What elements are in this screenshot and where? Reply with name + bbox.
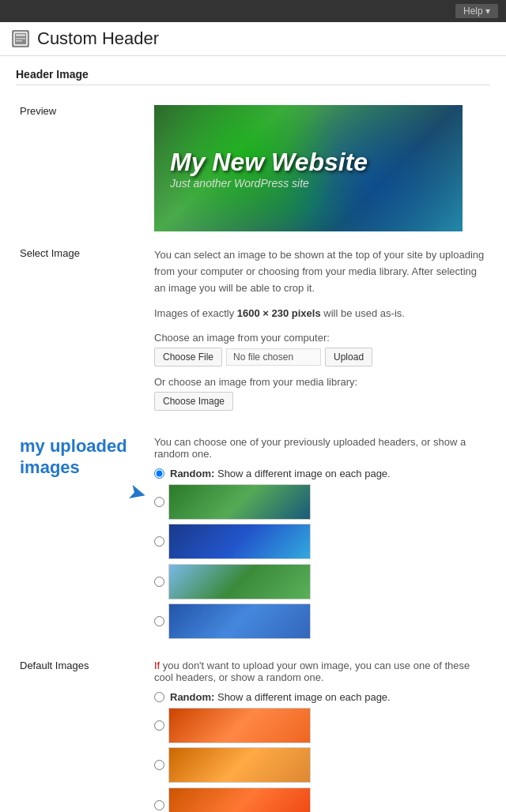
- preview-label: Preview: [20, 105, 56, 117]
- select-image-label: Select Image: [20, 247, 80, 259]
- image-thumb-flowers[interactable]: [168, 603, 311, 639]
- arrow-icon: ➤: [125, 478, 149, 508]
- default-image-thumb-1[interactable]: [168, 708, 311, 743]
- header-image-section-title: Header Image: [16, 68, 490, 85]
- default-image-option-3: [154, 788, 311, 812]
- default-image-option-2: [154, 747, 311, 783]
- select-image-desc2: Images of exactly 1600 × 230 pixels will…: [154, 306, 486, 322]
- image-option-1: [154, 484, 311, 520]
- page-icon: [12, 30, 29, 47]
- content-wrap: Header Image Preview My New Website Just…: [0, 56, 506, 812]
- form-table: Preview My New Website Just another Word…: [16, 97, 490, 812]
- image-radio-2[interactable]: [154, 536, 164, 547]
- default-images-desc: If you don't want to upload your own ima…: [154, 660, 486, 683]
- default-image-radio-3[interactable]: [154, 800, 164, 810]
- page-title: Custom Header: [37, 28, 159, 49]
- preview-image: My New Website Just another WordPress si…: [154, 105, 463, 231]
- image-thumb-trees[interactable]: [168, 564, 311, 600]
- upload-button[interactable]: Upload: [325, 348, 372, 367]
- file-input-row: Choose File No file chosen Upload: [154, 348, 486, 367]
- media-library-section: Or choose an image from your media libra…: [154, 376, 486, 411]
- uploaded-images-grid-row2: [154, 564, 486, 639]
- default-random-label[interactable]: Random: Show a different image on each p…: [170, 691, 391, 703]
- top-bar: Help ▾: [0, 0, 506, 22]
- default-image-radio-1[interactable]: [154, 720, 164, 731]
- image-radio-4[interactable]: [154, 616, 164, 626]
- default-random-row: Random: Show a different image on each p…: [154, 691, 486, 703]
- svg-rect-1: [16, 34, 25, 36]
- image-option-3: [154, 564, 311, 600]
- random-radio[interactable]: [154, 468, 164, 479]
- image-radio-3[interactable]: [154, 577, 164, 587]
- choose-file-button[interactable]: Choose File: [154, 348, 222, 367]
- select-image-row: Select Image You can select an image to …: [16, 239, 490, 428]
- default-image-option-1: [154, 708, 311, 743]
- uploaded-images-desc: You can choose one of your previously up…: [154, 436, 486, 460]
- page-title-bar: Custom Header: [0, 22, 506, 56]
- preview-site-title: My New Website: [170, 148, 463, 177]
- choose-image-button[interactable]: Choose Image: [154, 392, 233, 411]
- default-images-row: Default Images If you don't want to uplo…: [16, 652, 490, 812]
- image-thumb-fish[interactable]: [168, 524, 311, 559]
- default-images-grid-row2: [154, 788, 486, 812]
- default-images-grid-row1: [154, 708, 486, 783]
- svg-rect-2: [16, 38, 25, 39]
- annotation-label: my uploadedimages: [20, 436, 127, 476]
- file-section: Choose an image from your computer: Choo…: [154, 332, 486, 367]
- image-radio-1[interactable]: [154, 497, 164, 507]
- preview-row: Preview My New Website Just another Word…: [16, 97, 490, 239]
- image-option-2: [154, 524, 311, 559]
- image-option-4: [154, 603, 311, 639]
- help-button[interactable]: Help ▾: [455, 4, 498, 18]
- preview-tagline: Just another WordPress site: [170, 177, 463, 190]
- uploaded-images-row: my uploadedimages ➤ You can choose one o…: [16, 428, 490, 652]
- default-image-thumb-2[interactable]: [168, 747, 311, 783]
- default-random-radio[interactable]: [154, 692, 164, 702]
- select-image-desc1: You can select an image to be shown at t…: [154, 247, 486, 296]
- or-choose-label: Or choose an image from your media libra…: [154, 376, 486, 388]
- default-images-label: Default Images: [20, 660, 89, 671]
- default-image-radio-2[interactable]: [154, 760, 164, 770]
- svg-rect-3: [16, 40, 22, 42]
- choose-computer-label: Choose an image from your computer:: [154, 332, 486, 344]
- image-thumb-bottles[interactable]: [168, 484, 311, 520]
- file-name-display: No file chosen: [226, 348, 321, 366]
- random-label[interactable]: Random: Show a different image on each p…: [170, 468, 391, 479]
- default-image-thumb-3[interactable]: [168, 788, 311, 812]
- uploaded-images-grid: [154, 484, 486, 559]
- random-option-row: Random: Show a different image on each p…: [154, 468, 486, 479]
